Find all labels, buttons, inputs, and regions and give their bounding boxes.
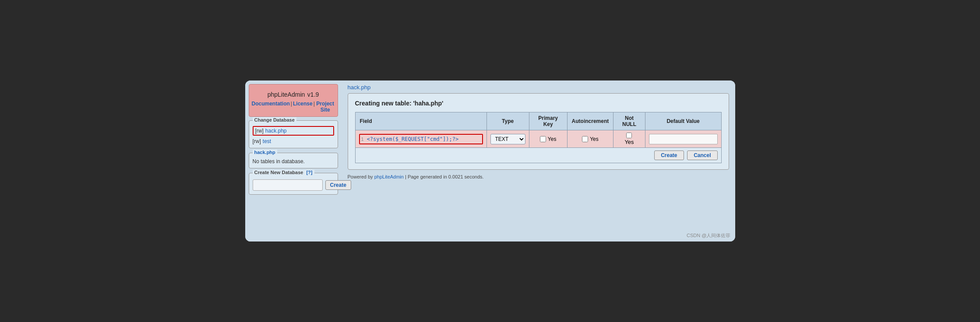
current-db-link[interactable]: hack.php: [254, 150, 275, 155]
table-header-row: Field Type Primary Key Autoincrement Not…: [355, 112, 721, 130]
autoincrement-text: Yes: [590, 136, 599, 142]
sidebar-header: phpLiteAdmin v1.9 Documentation | Licens…: [249, 84, 338, 117]
main-content: hack.php Creating new table: 'haha.php' …: [342, 80, 735, 242]
current-db-label: hack.php: [253, 150, 277, 155]
th-autoincrement: Autoincrement: [567, 112, 613, 130]
field-input-wrapper: 1: [359, 134, 483, 144]
create-db-title: Create New Database: [254, 170, 303, 175]
app-version: v1.9: [307, 91, 319, 98]
not-null-text: Yes: [624, 139, 634, 145]
no-tables-text: No tables in database.: [253, 158, 334, 164]
db-prefix-test: [rw]: [253, 138, 261, 144]
th-type: Type: [486, 112, 529, 130]
th-primary-key: Primary Key: [529, 112, 567, 130]
field-cell: 1: [355, 130, 486, 148]
change-database-label: Change Database: [253, 117, 296, 122]
th-primary-key-label: Primary Key: [538, 115, 558, 127]
th-not-null: Not NULL: [613, 112, 645, 130]
create-db-button[interactable]: Create: [325, 180, 351, 190]
watermark: CSDN @人间体佐菲: [687, 232, 730, 239]
db-link-test[interactable]: test: [263, 138, 271, 144]
field-input[interactable]: [365, 135, 482, 144]
change-database-section: Change Database [rw] hack.php [rw] test: [249, 120, 338, 148]
nav-sep-2: |: [314, 101, 315, 113]
default-value-cell: [645, 130, 721, 148]
row-number: 1: [360, 136, 365, 142]
th-not-null-label: Not NULL: [622, 115, 636, 127]
autoincrement-checkbox[interactable]: [582, 136, 588, 142]
create-db-label: Create New Database [?]: [253, 170, 314, 175]
app-name: phpLiteAdmin: [268, 91, 305, 98]
nav-sep-1: |: [291, 101, 292, 113]
th-field: Field: [355, 112, 486, 130]
db-item-test[interactable]: [rw] test: [253, 138, 334, 144]
footer: Powered by phpLiteAdmin | Page generated…: [348, 174, 729, 179]
db-link-hack[interactable]: hack.php: [265, 128, 287, 134]
breadcrumb: hack.php: [348, 84, 729, 91]
not-null-inner: Yes: [617, 133, 641, 145]
sidebar-nav: Documentation | License | Project Site: [252, 101, 335, 113]
current-db-section: hack.php No tables in database.: [249, 153, 338, 168]
table-row: 1 TEXT INTEGER REAL NUMERIC BLOB: [355, 130, 721, 148]
primary-key-checkbox[interactable]: [540, 136, 546, 142]
create-table-button[interactable]: Create: [654, 150, 684, 160]
not-null-checkbox[interactable]: [626, 133, 632, 138]
th-default-value: Default Value: [645, 112, 721, 130]
create-db-input[interactable]: [253, 179, 323, 191]
db-item-hack[interactable]: [rw] hack.php: [253, 126, 334, 136]
panel-title: Creating new table: 'haha.php': [355, 100, 722, 107]
cancel-button[interactable]: Cancel: [687, 150, 717, 160]
create-db-help: [?]: [306, 170, 312, 175]
app-title: phpLiteAdmin v1.9: [252, 89, 335, 99]
db-prefix-hack: [rw]: [255, 128, 264, 134]
nav-documentation[interactable]: Documentation: [252, 101, 290, 113]
default-value-input[interactable]: [649, 134, 718, 144]
nav-project-site[interactable]: Project Site: [316, 101, 335, 113]
footer-prefix: Powered by: [348, 174, 374, 179]
app-container: phpLiteAdmin v1.9 Documentation | Licens…: [245, 80, 735, 242]
content-panel: Creating new table: 'haha.php' Field Typ…: [348, 93, 729, 170]
action-cell: Create Cancel: [355, 148, 721, 163]
sidebar: phpLiteAdmin v1.9 Documentation | Licens…: [245, 80, 342, 242]
autoincrement-label: Yes: [571, 136, 610, 142]
not-null-cell: Yes: [613, 130, 645, 148]
primary-key-cell: Yes: [529, 130, 567, 148]
create-db-section: Create New Database [?] Create: [249, 173, 338, 195]
nav-license[interactable]: License: [293, 101, 313, 113]
footer-link[interactable]: phpLiteAdmin: [374, 174, 404, 179]
breadcrumb-link[interactable]: hack.php: [348, 84, 371, 91]
autoincrement-cell: Yes: [567, 130, 613, 148]
field-table: Field Type Primary Key Autoincrement Not…: [355, 112, 722, 163]
type-select[interactable]: TEXT INTEGER REAL NUMERIC BLOB NONE: [490, 134, 525, 144]
action-row: Create Cancel: [355, 148, 721, 163]
create-db-row: Create: [253, 179, 334, 191]
type-cell: TEXT INTEGER REAL NUMERIC BLOB NONE: [486, 130, 529, 148]
footer-suffix: | Page generated in 0.0021 seconds.: [404, 174, 484, 179]
primary-key-label: Yes: [533, 136, 564, 142]
primary-key-text: Yes: [548, 136, 557, 142]
